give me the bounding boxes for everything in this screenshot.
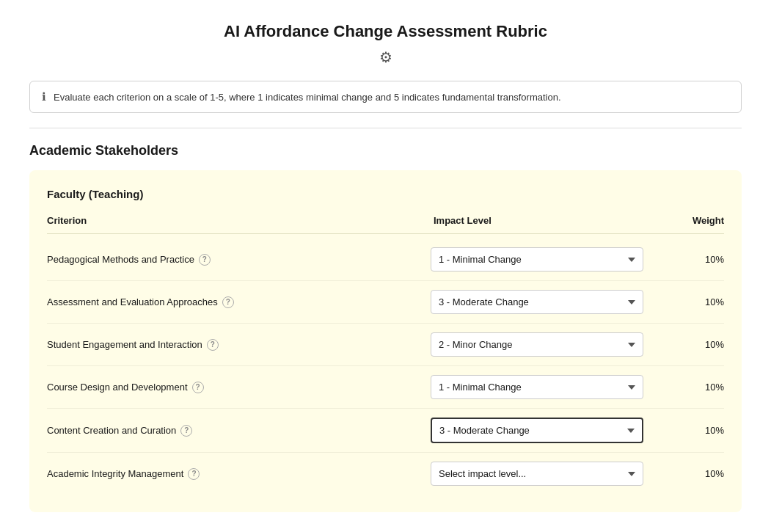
- impact-select-wrapper: Select impact level...1 - Minimal Change…: [431, 290, 665, 314]
- help-icon[interactable]: ?: [188, 468, 200, 480]
- table-row: Content Creation and Curation?Select imp…: [47, 409, 724, 453]
- weight-label: 10%: [665, 468, 724, 479]
- criterion-label: Content Creation and Curation?: [47, 425, 431, 437]
- page-wrapper: AI Affordance Change Assessment Rubric ⚙…: [0, 0, 771, 532]
- impact-select-wrapper: Select impact level...1 - Minimal Change…: [431, 375, 665, 399]
- weight-label: 10%: [665, 254, 724, 265]
- table-row: Pedagogical Methods and Practice?Select …: [47, 238, 724, 281]
- table-row: Student Engagement and Interaction?Selec…: [47, 324, 724, 366]
- criterion-text: Pedagogical Methods and Practice: [47, 254, 194, 265]
- table-row: Course Design and Development?Select imp…: [47, 366, 724, 409]
- criterion-label: Course Design and Development?: [47, 382, 431, 393]
- impact-select[interactable]: Select impact level...1 - Minimal Change…: [431, 418, 643, 443]
- criterion-text: Course Design and Development: [47, 382, 188, 393]
- criterion-text: Assessment and Evaluation Approaches: [47, 296, 218, 307]
- header: AI Affordance Change Assessment Rubric ⚙: [29, 22, 742, 66]
- faculty-title: Faculty (Teaching): [47, 188, 724, 200]
- col-criterion: Criterion: [47, 215, 431, 226]
- criterion-text: Student Engagement and Interaction: [47, 339, 202, 350]
- help-icon[interactable]: ?: [222, 296, 234, 308]
- help-icon[interactable]: ?: [207, 339, 219, 351]
- impact-select[interactable]: Select impact level...1 - Minimal Change…: [431, 247, 643, 272]
- table-row: Academic Integrity Management?Select imp…: [47, 453, 724, 495]
- info-banner: ℹ Evaluate each criterion on a scale of …: [29, 81, 742, 113]
- gear-icon[interactable]: ⚙: [29, 48, 742, 66]
- impact-select[interactable]: Select impact level...1 - Minimal Change…: [431, 462, 643, 486]
- impact-select-wrapper: Select impact level...1 - Minimal Change…: [431, 332, 665, 357]
- page-title: AI Affordance Change Assessment Rubric: [29, 22, 742, 41]
- criterion-label: Academic Integrity Management?: [47, 468, 431, 480]
- help-icon[interactable]: ?: [199, 254, 211, 266]
- faculty-panel: Faculty (Teaching) Criterion Impact Leve…: [29, 170, 742, 512]
- table-row: Assessment and Evaluation Approaches?Sel…: [47, 281, 724, 324]
- weight-label: 10%: [665, 339, 724, 350]
- help-icon[interactable]: ?: [192, 382, 204, 393]
- criterion-label: Pedagogical Methods and Practice?: [47, 254, 431, 266]
- info-text: Evaluate each criterion on a scale of 1-…: [54, 92, 561, 103]
- weight-label: 10%: [665, 296, 724, 307]
- col-weight: Weight: [665, 215, 724, 226]
- table-header: Criterion Impact Level Weight: [47, 215, 724, 234]
- impact-select-wrapper: Select impact level...1 - Minimal Change…: [431, 247, 665, 272]
- col-impact: Impact Level: [431, 215, 665, 226]
- impact-select[interactable]: Select impact level...1 - Minimal Change…: [431, 290, 643, 314]
- impact-select[interactable]: Select impact level...1 - Minimal Change…: [431, 375, 643, 399]
- help-icon[interactable]: ?: [180, 425, 192, 437]
- section-divider: [29, 128, 742, 128]
- section-title: Academic Stakeholders: [29, 143, 742, 158]
- impact-select[interactable]: Select impact level...1 - Minimal Change…: [431, 332, 643, 357]
- info-icon: ℹ: [42, 90, 46, 103]
- impact-select-wrapper: Select impact level...1 - Minimal Change…: [431, 418, 665, 443]
- criterion-label: Student Engagement and Interaction?: [47, 339, 431, 351]
- criterion-label: Assessment and Evaluation Approaches?: [47, 296, 431, 308]
- weight-label: 10%: [665, 425, 724, 436]
- weight-label: 10%: [665, 382, 724, 393]
- criterion-rows: Pedagogical Methods and Practice?Select …: [47, 238, 724, 495]
- criterion-text: Academic Integrity Management: [47, 468, 183, 479]
- impact-select-wrapper: Select impact level...1 - Minimal Change…: [431, 462, 665, 486]
- criterion-text: Content Creation and Curation: [47, 425, 176, 436]
